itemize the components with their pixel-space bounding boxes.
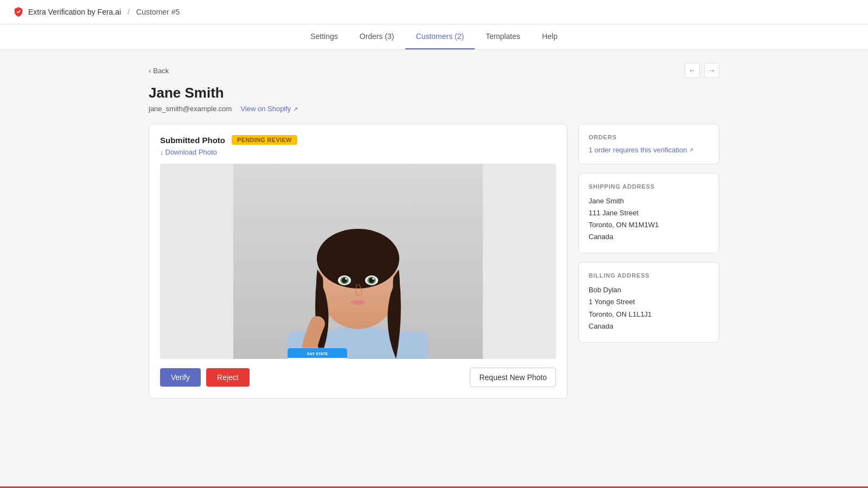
nav-help[interactable]: Help	[531, 24, 569, 49]
submitted-photo: ANY STATE	[160, 164, 556, 359]
chevron-left-icon: ‹	[149, 67, 151, 75]
billing-line-1: Bob Dylan	[589, 284, 709, 296]
shipping-line-1: Jane Smith	[589, 195, 709, 207]
shipping-card: SHIPPING ADDRESS Jane Smith 111 Jane Str…	[578, 173, 719, 253]
shield-icon	[13, 7, 24, 17]
download-icon: ↓	[160, 148, 164, 156]
billing-line-4: Canada	[589, 320, 709, 332]
order-link[interactable]: 1 order requires this verification ↗	[589, 146, 709, 154]
svg-point-12	[345, 278, 347, 280]
nav-templates[interactable]: Templates	[475, 24, 531, 49]
status-badge: Pending Review	[232, 135, 297, 145]
customer-email: jane_smith@example.com	[149, 105, 232, 113]
request-new-photo-button[interactable]: Request New Photo	[470, 368, 556, 387]
shipping-title: SHIPPING ADDRESS	[589, 183, 709, 190]
download-label: Download Photo	[165, 148, 217, 156]
navigation-arrows: ← →	[685, 63, 719, 78]
back-button[interactable]: ‹ Back	[149, 67, 169, 75]
nav-customers[interactable]: Customers (2)	[405, 24, 475, 49]
nav-orders[interactable]: Orders (3)	[349, 24, 405, 49]
photo-section-label: Submitted Photo	[160, 136, 225, 145]
billing-line-2: 1 Yonge Street	[589, 296, 709, 308]
breadcrumb-separator: /	[127, 8, 130, 16]
view-shopify-label: View on Shopify	[240, 105, 291, 113]
billing-address: Bob Dylan 1 Yonge Street Toronto, ON L1L…	[589, 284, 709, 332]
prev-customer-button[interactable]: ←	[685, 63, 700, 78]
customer-name: Jane Smith	[149, 85, 719, 101]
svg-point-5	[317, 229, 399, 288]
main-nav: Settings Orders (3) Customers (2) Templa…	[0, 24, 868, 49]
nav-settings[interactable]: Settings	[299, 24, 349, 49]
shipping-line-3: Toronto, ON M1M1W1	[589, 219, 709, 231]
next-customer-button[interactable]: →	[704, 63, 719, 78]
app-name: Extra Verification by Fera.ai	[28, 8, 121, 16]
back-label: Back	[153, 67, 169, 75]
orders-section-title: ORDERS	[589, 134, 709, 140]
billing-line-3: Toronto, ON L1L1J1	[589, 309, 709, 320]
billing-card: BILLING ADDRESS Bob Dylan 1 Yonge Street…	[578, 262, 719, 342]
photo-card: Submitted Photo Pending Review ↓ Downloa…	[149, 124, 567, 399]
view-on-shopify-link[interactable]: View on Shopify ↗	[240, 105, 298, 113]
verify-button[interactable]: Verify	[160, 368, 201, 387]
download-photo-link[interactable]: ↓ Download Photo	[160, 148, 556, 156]
orders-card: ORDERS 1 order requires this verificatio…	[578, 124, 719, 164]
shipping-address: Jane Smith 111 Jane Street Toronto, ON M…	[589, 195, 709, 243]
external-link-icon: ↗	[293, 106, 298, 112]
breadcrumb-page: Customer #5	[136, 8, 180, 16]
shipping-line-2: 111 Jane Street	[589, 207, 709, 219]
reject-button[interactable]: Reject	[206, 368, 250, 387]
billing-title: BILLING ADDRESS	[589, 272, 709, 279]
external-link-icon: ↗	[689, 147, 693, 153]
shipping-line-4: Canada	[589, 231, 709, 243]
svg-point-13	[372, 278, 374, 280]
order-link-text: 1 order requires this verification	[589, 146, 687, 154]
svg-text:ANY STATE: ANY STATE	[307, 352, 328, 356]
